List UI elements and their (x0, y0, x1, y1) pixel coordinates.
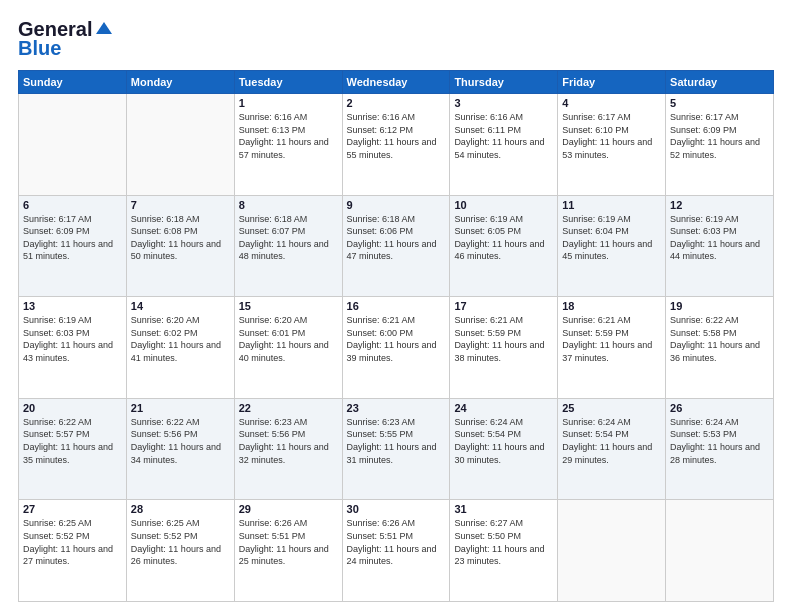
calendar-cell: 29Sunrise: 6:26 AMSunset: 5:51 PMDayligh… (234, 500, 342, 602)
calendar-cell: 15Sunrise: 6:20 AMSunset: 6:01 PMDayligh… (234, 297, 342, 399)
day-info: Sunrise: 6:25 AMSunset: 5:52 PMDaylight:… (23, 517, 122, 567)
calendar-cell: 8Sunrise: 6:18 AMSunset: 6:07 PMDaylight… (234, 195, 342, 297)
calendar-cell (666, 500, 774, 602)
weekday-header: Sunday (19, 71, 127, 94)
calendar-cell: 14Sunrise: 6:20 AMSunset: 6:02 PMDayligh… (126, 297, 234, 399)
day-number: 2 (347, 97, 446, 109)
day-info: Sunrise: 6:21 AMSunset: 5:59 PMDaylight:… (562, 314, 661, 364)
day-number: 13 (23, 300, 122, 312)
day-number: 25 (562, 402, 661, 414)
calendar-body: 1Sunrise: 6:16 AMSunset: 6:13 PMDaylight… (19, 94, 774, 602)
day-info: Sunrise: 6:24 AMSunset: 5:54 PMDaylight:… (562, 416, 661, 466)
calendar-week-row: 6Sunrise: 6:17 AMSunset: 6:09 PMDaylight… (19, 195, 774, 297)
calendar-cell (558, 500, 666, 602)
weekday-header: Monday (126, 71, 234, 94)
calendar-cell (126, 94, 234, 196)
day-number: 28 (131, 503, 230, 515)
day-number: 15 (239, 300, 338, 312)
day-info: Sunrise: 6:26 AMSunset: 5:51 PMDaylight:… (239, 517, 338, 567)
day-info: Sunrise: 6:24 AMSunset: 5:54 PMDaylight:… (454, 416, 553, 466)
weekday-header: Saturday (666, 71, 774, 94)
day-number: 17 (454, 300, 553, 312)
page: General Blue SundayMondayTuesdayWednesda… (0, 0, 792, 612)
day-number: 4 (562, 97, 661, 109)
calendar-cell: 7Sunrise: 6:18 AMSunset: 6:08 PMDaylight… (126, 195, 234, 297)
day-info: Sunrise: 6:22 AMSunset: 5:56 PMDaylight:… (131, 416, 230, 466)
day-info: Sunrise: 6:19 AMSunset: 6:04 PMDaylight:… (562, 213, 661, 263)
day-info: Sunrise: 6:23 AMSunset: 5:56 PMDaylight:… (239, 416, 338, 466)
header: General Blue (18, 18, 774, 60)
calendar-cell: 21Sunrise: 6:22 AMSunset: 5:56 PMDayligh… (126, 398, 234, 500)
weekday-header: Wednesday (342, 71, 450, 94)
day-info: Sunrise: 6:21 AMSunset: 6:00 PMDaylight:… (347, 314, 446, 364)
calendar-week-row: 1Sunrise: 6:16 AMSunset: 6:13 PMDaylight… (19, 94, 774, 196)
svg-marker-0 (96, 22, 112, 34)
calendar-cell: 26Sunrise: 6:24 AMSunset: 5:53 PMDayligh… (666, 398, 774, 500)
day-number: 14 (131, 300, 230, 312)
day-number: 18 (562, 300, 661, 312)
calendar-cell: 27Sunrise: 6:25 AMSunset: 5:52 PMDayligh… (19, 500, 127, 602)
day-number: 27 (23, 503, 122, 515)
calendar-cell: 6Sunrise: 6:17 AMSunset: 6:09 PMDaylight… (19, 195, 127, 297)
day-info: Sunrise: 6:20 AMSunset: 6:01 PMDaylight:… (239, 314, 338, 364)
day-info: Sunrise: 6:22 AMSunset: 5:58 PMDaylight:… (670, 314, 769, 364)
calendar-cell: 12Sunrise: 6:19 AMSunset: 6:03 PMDayligh… (666, 195, 774, 297)
calendar-cell: 5Sunrise: 6:17 AMSunset: 6:09 PMDaylight… (666, 94, 774, 196)
day-info: Sunrise: 6:22 AMSunset: 5:57 PMDaylight:… (23, 416, 122, 466)
day-number: 24 (454, 402, 553, 414)
day-info: Sunrise: 6:18 AMSunset: 6:08 PMDaylight:… (131, 213, 230, 263)
day-info: Sunrise: 6:19 AMSunset: 6:05 PMDaylight:… (454, 213, 553, 263)
calendar-cell: 19Sunrise: 6:22 AMSunset: 5:58 PMDayligh… (666, 297, 774, 399)
calendar-cell: 30Sunrise: 6:26 AMSunset: 5:51 PMDayligh… (342, 500, 450, 602)
logo-icon (94, 20, 114, 40)
calendar-cell: 23Sunrise: 6:23 AMSunset: 5:55 PMDayligh… (342, 398, 450, 500)
calendar-cell: 10Sunrise: 6:19 AMSunset: 6:05 PMDayligh… (450, 195, 558, 297)
calendar-cell: 18Sunrise: 6:21 AMSunset: 5:59 PMDayligh… (558, 297, 666, 399)
calendar-cell: 9Sunrise: 6:18 AMSunset: 6:06 PMDaylight… (342, 195, 450, 297)
day-info: Sunrise: 6:16 AMSunset: 6:11 PMDaylight:… (454, 111, 553, 161)
calendar-week-row: 27Sunrise: 6:25 AMSunset: 5:52 PMDayligh… (19, 500, 774, 602)
weekday-header: Friday (558, 71, 666, 94)
day-number: 7 (131, 199, 230, 211)
day-info: Sunrise: 6:16 AMSunset: 6:13 PMDaylight:… (239, 111, 338, 161)
day-info: Sunrise: 6:16 AMSunset: 6:12 PMDaylight:… (347, 111, 446, 161)
day-info: Sunrise: 6:18 AMSunset: 6:07 PMDaylight:… (239, 213, 338, 263)
day-number: 9 (347, 199, 446, 211)
day-number: 29 (239, 503, 338, 515)
day-info: Sunrise: 6:19 AMSunset: 6:03 PMDaylight:… (23, 314, 122, 364)
day-info: Sunrise: 6:20 AMSunset: 6:02 PMDaylight:… (131, 314, 230, 364)
calendar-week-row: 20Sunrise: 6:22 AMSunset: 5:57 PMDayligh… (19, 398, 774, 500)
calendar-header-row: SundayMondayTuesdayWednesdayThursdayFrid… (19, 71, 774, 94)
day-info: Sunrise: 6:23 AMSunset: 5:55 PMDaylight:… (347, 416, 446, 466)
day-number: 11 (562, 199, 661, 211)
calendar-cell: 24Sunrise: 6:24 AMSunset: 5:54 PMDayligh… (450, 398, 558, 500)
day-number: 3 (454, 97, 553, 109)
day-number: 19 (670, 300, 769, 312)
calendar-cell: 17Sunrise: 6:21 AMSunset: 5:59 PMDayligh… (450, 297, 558, 399)
day-number: 26 (670, 402, 769, 414)
calendar-cell: 20Sunrise: 6:22 AMSunset: 5:57 PMDayligh… (19, 398, 127, 500)
calendar-cell: 31Sunrise: 6:27 AMSunset: 5:50 PMDayligh… (450, 500, 558, 602)
day-number: 1 (239, 97, 338, 109)
day-info: Sunrise: 6:17 AMSunset: 6:10 PMDaylight:… (562, 111, 661, 161)
day-number: 6 (23, 199, 122, 211)
calendar-cell (19, 94, 127, 196)
calendar-cell: 16Sunrise: 6:21 AMSunset: 6:00 PMDayligh… (342, 297, 450, 399)
day-number: 23 (347, 402, 446, 414)
day-number: 8 (239, 199, 338, 211)
day-info: Sunrise: 6:27 AMSunset: 5:50 PMDaylight:… (454, 517, 553, 567)
day-info: Sunrise: 6:17 AMSunset: 6:09 PMDaylight:… (23, 213, 122, 263)
calendar-cell: 1Sunrise: 6:16 AMSunset: 6:13 PMDaylight… (234, 94, 342, 196)
day-info: Sunrise: 6:25 AMSunset: 5:52 PMDaylight:… (131, 517, 230, 567)
calendar-cell: 2Sunrise: 6:16 AMSunset: 6:12 PMDaylight… (342, 94, 450, 196)
day-info: Sunrise: 6:19 AMSunset: 6:03 PMDaylight:… (670, 213, 769, 263)
calendar-cell: 3Sunrise: 6:16 AMSunset: 6:11 PMDaylight… (450, 94, 558, 196)
day-info: Sunrise: 6:26 AMSunset: 5:51 PMDaylight:… (347, 517, 446, 567)
day-number: 10 (454, 199, 553, 211)
day-number: 30 (347, 503, 446, 515)
calendar-cell: 13Sunrise: 6:19 AMSunset: 6:03 PMDayligh… (19, 297, 127, 399)
calendar-cell: 22Sunrise: 6:23 AMSunset: 5:56 PMDayligh… (234, 398, 342, 500)
day-number: 31 (454, 503, 553, 515)
weekday-header: Tuesday (234, 71, 342, 94)
logo-blue: Blue (18, 37, 61, 60)
